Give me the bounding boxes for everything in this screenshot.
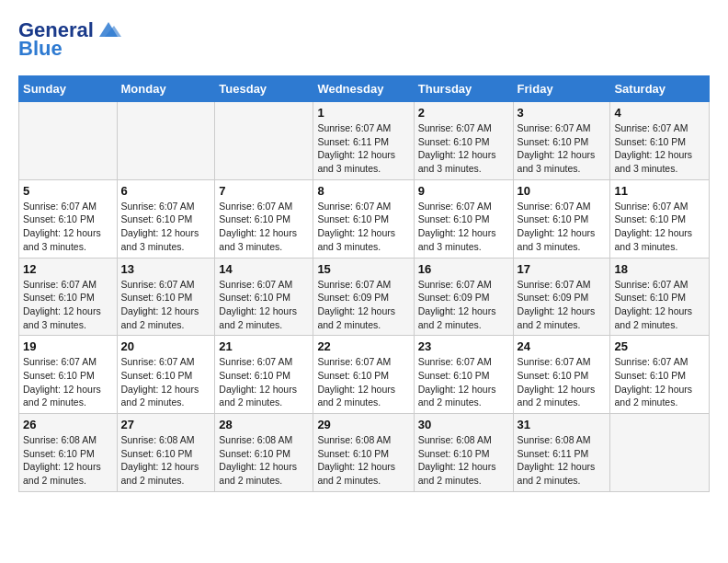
week-row-4: 19Sunrise: 6:07 AMSunset: 6:10 PMDayligh… <box>19 336 710 414</box>
calendar-cell: 3Sunrise: 6:07 AMSunset: 6:10 PMDaylight… <box>513 102 610 180</box>
week-row-5: 26Sunrise: 6:08 AMSunset: 6:10 PMDayligh… <box>19 414 710 492</box>
calendar-cell <box>215 102 313 180</box>
day-info: Sunrise: 6:07 AMSunset: 6:10 PMDaylight:… <box>418 121 509 176</box>
calendar-cell: 9Sunrise: 6:07 AMSunset: 6:10 PMDaylight… <box>414 179 513 258</box>
day-number: 2 <box>418 106 509 120</box>
header-friday: Friday <box>513 76 610 102</box>
day-number: 16 <box>418 262 509 276</box>
day-number: 5 <box>23 184 113 198</box>
calendar-cell: 28Sunrise: 6:08 AMSunset: 6:10 PMDayligh… <box>215 414 313 492</box>
day-number: 21 <box>219 339 309 353</box>
day-info: Sunrise: 6:07 AMSunset: 6:10 PMDaylight:… <box>121 200 211 254</box>
day-number: 28 <box>219 418 309 431</box>
day-info: Sunrise: 6:07 AMSunset: 6:10 PMDaylight:… <box>614 355 705 409</box>
calendar-cell: 20Sunrise: 6:07 AMSunset: 6:10 PMDayligh… <box>117 336 215 414</box>
week-row-2: 5Sunrise: 6:07 AMSunset: 6:10 PMDaylight… <box>19 179 710 258</box>
header-sunday: Sunday <box>19 76 118 102</box>
day-info: Sunrise: 6:07 AMSunset: 6:10 PMDaylight:… <box>23 200 113 254</box>
day-number: 18 <box>614 262 705 276</box>
calendar-cell: 2Sunrise: 6:07 AMSunset: 6:10 PMDaylight… <box>414 102 513 180</box>
logo-blue: Blue <box>18 37 63 61</box>
day-info: Sunrise: 6:07 AMSunset: 6:11 PMDaylight:… <box>317 121 409 176</box>
day-number: 23 <box>418 339 509 353</box>
calendar-cell: 25Sunrise: 6:07 AMSunset: 6:10 PMDayligh… <box>610 336 710 414</box>
header-thursday: Thursday <box>414 76 513 102</box>
calendar-cell: 1Sunrise: 6:07 AMSunset: 6:11 PMDaylight… <box>313 102 414 180</box>
day-number: 8 <box>317 184 409 198</box>
calendar-cell: 24Sunrise: 6:07 AMSunset: 6:10 PMDayligh… <box>513 336 610 414</box>
day-number: 7 <box>219 184 309 198</box>
day-number: 14 <box>219 262 309 276</box>
day-info: Sunrise: 6:07 AMSunset: 6:09 PMDaylight:… <box>418 278 509 332</box>
week-row-1: 1Sunrise: 6:07 AMSunset: 6:11 PMDaylight… <box>19 102 710 180</box>
day-info: Sunrise: 6:07 AMSunset: 6:10 PMDaylight:… <box>121 278 211 332</box>
day-info: Sunrise: 6:07 AMSunset: 6:10 PMDaylight:… <box>121 355 211 409</box>
day-number: 6 <box>121 184 211 198</box>
calendar-cell: 8Sunrise: 6:07 AMSunset: 6:10 PMDaylight… <box>313 179 414 258</box>
day-number: 19 <box>23 339 113 353</box>
day-info: Sunrise: 6:07 AMSunset: 6:10 PMDaylight:… <box>219 278 309 332</box>
day-info: Sunrise: 6:07 AMSunset: 6:10 PMDaylight:… <box>518 200 607 254</box>
day-number: 26 <box>23 418 113 431</box>
day-info: Sunrise: 6:07 AMSunset: 6:10 PMDaylight:… <box>518 355 607 409</box>
day-number: 10 <box>518 184 607 198</box>
day-number: 20 <box>121 339 211 353</box>
day-number: 3 <box>518 106 607 120</box>
calendar-cell: 21Sunrise: 6:07 AMSunset: 6:10 PMDayligh… <box>215 336 313 414</box>
day-number: 17 <box>518 262 607 276</box>
header-tuesday: Tuesday <box>215 76 313 102</box>
day-info: Sunrise: 6:08 AMSunset: 6:10 PMDaylight:… <box>418 433 509 488</box>
day-info: Sunrise: 6:07 AMSunset: 6:10 PMDaylight:… <box>418 200 509 254</box>
day-info: Sunrise: 6:07 AMSunset: 6:10 PMDaylight:… <box>418 355 509 409</box>
day-info: Sunrise: 6:08 AMSunset: 6:10 PMDaylight:… <box>23 433 113 488</box>
day-info: Sunrise: 6:08 AMSunset: 6:11 PMDaylight:… <box>518 433 607 488</box>
day-number: 30 <box>418 418 509 431</box>
day-info: Sunrise: 6:07 AMSunset: 6:10 PMDaylight:… <box>23 278 113 332</box>
calendar-cell: 31Sunrise: 6:08 AMSunset: 6:11 PMDayligh… <box>513 414 610 492</box>
calendar-cell <box>19 102 118 180</box>
calendar-cell: 5Sunrise: 6:07 AMSunset: 6:10 PMDaylight… <box>19 179 118 258</box>
calendar-cell: 11Sunrise: 6:07 AMSunset: 6:10 PMDayligh… <box>610 179 710 258</box>
week-row-3: 12Sunrise: 6:07 AMSunset: 6:10 PMDayligh… <box>19 258 710 336</box>
day-number: 4 <box>614 106 705 120</box>
day-number: 25 <box>614 339 705 353</box>
day-info: Sunrise: 6:07 AMSunset: 6:10 PMDaylight:… <box>614 121 705 176</box>
day-number: 27 <box>121 418 211 431</box>
day-number: 31 <box>518 418 607 431</box>
day-info: Sunrise: 6:07 AMSunset: 6:10 PMDaylight:… <box>518 121 607 176</box>
calendar-cell: 4Sunrise: 6:07 AMSunset: 6:10 PMDaylight… <box>610 102 710 180</box>
calendar-cell <box>610 414 710 492</box>
calendar-cell <box>117 102 215 180</box>
calendar-cell: 6Sunrise: 6:07 AMSunset: 6:10 PMDaylight… <box>117 179 215 258</box>
logo-icon <box>96 20 121 40</box>
logo: General Blue <box>18 18 121 61</box>
day-number: 11 <box>614 184 705 198</box>
calendar-cell: 27Sunrise: 6:08 AMSunset: 6:10 PMDayligh… <box>117 414 215 492</box>
day-number: 24 <box>518 339 607 353</box>
calendar-cell: 26Sunrise: 6:08 AMSunset: 6:10 PMDayligh… <box>19 414 118 492</box>
day-info: Sunrise: 6:07 AMSunset: 6:10 PMDaylight:… <box>317 200 409 254</box>
calendar-cell: 23Sunrise: 6:07 AMSunset: 6:10 PMDayligh… <box>414 336 513 414</box>
day-number: 1 <box>317 106 409 120</box>
calendar-header-row: SundayMondayTuesdayWednesdayThursdayFrid… <box>19 76 710 102</box>
day-info: Sunrise: 6:07 AMSunset: 6:10 PMDaylight:… <box>219 355 309 409</box>
calendar-cell: 29Sunrise: 6:08 AMSunset: 6:10 PMDayligh… <box>313 414 414 492</box>
calendar-cell: 22Sunrise: 6:07 AMSunset: 6:10 PMDayligh… <box>313 336 414 414</box>
calendar-table: SundayMondayTuesdayWednesdayThursdayFrid… <box>18 75 710 492</box>
calendar-cell: 19Sunrise: 6:07 AMSunset: 6:10 PMDayligh… <box>19 336 118 414</box>
calendar-cell: 15Sunrise: 6:07 AMSunset: 6:09 PMDayligh… <box>313 258 414 336</box>
day-number: 29 <box>317 418 409 431</box>
day-info: Sunrise: 6:08 AMSunset: 6:10 PMDaylight:… <box>317 433 409 488</box>
calendar-cell: 17Sunrise: 6:07 AMSunset: 6:09 PMDayligh… <box>513 258 610 336</box>
day-info: Sunrise: 6:07 AMSunset: 6:10 PMDaylight:… <box>23 355 113 409</box>
day-info: Sunrise: 6:07 AMSunset: 6:10 PMDaylight:… <box>219 200 309 254</box>
day-info: Sunrise: 6:08 AMSunset: 6:10 PMDaylight:… <box>219 433 309 488</box>
day-number: 12 <box>23 262 113 276</box>
day-info: Sunrise: 6:07 AMSunset: 6:10 PMDaylight:… <box>614 200 705 254</box>
day-info: Sunrise: 6:07 AMSunset: 6:09 PMDaylight:… <box>518 278 607 332</box>
calendar-cell: 13Sunrise: 6:07 AMSunset: 6:10 PMDayligh… <box>117 258 215 336</box>
calendar-cell: 12Sunrise: 6:07 AMSunset: 6:10 PMDayligh… <box>19 258 118 336</box>
page-header: General Blue <box>18 18 710 61</box>
day-info: Sunrise: 6:07 AMSunset: 6:10 PMDaylight:… <box>614 278 705 332</box>
calendar-cell: 14Sunrise: 6:07 AMSunset: 6:10 PMDayligh… <box>215 258 313 336</box>
